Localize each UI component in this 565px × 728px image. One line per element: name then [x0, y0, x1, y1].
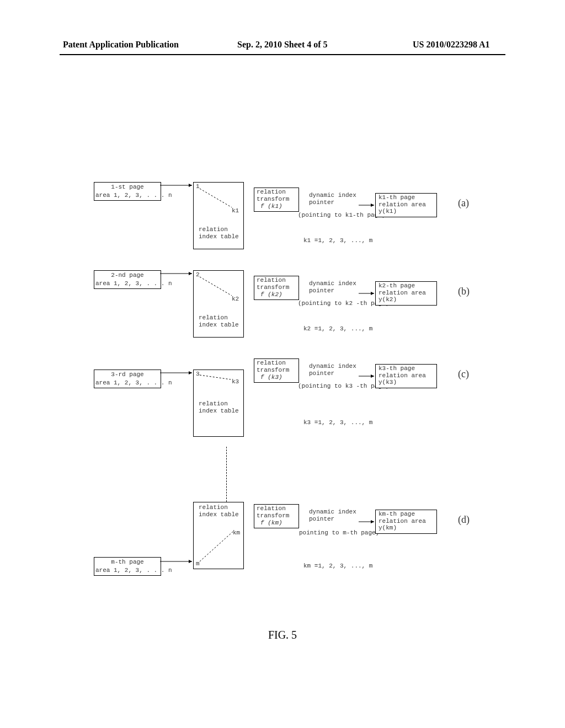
relation-index-label: relation index table: [199, 314, 239, 328]
figure-caption: FIG. 5: [0, 629, 565, 641]
row-marker: (d): [458, 514, 470, 526]
row-marker: (a): [458, 197, 469, 209]
header-rule: [60, 54, 505, 55]
diagram-row-b: 2-nd page area 1, 2, 3, . . . n 2 k2 rel…: [83, 270, 486, 353]
diagram-row-c: 3-rd page area 1, 2, 3, . . . n 3 k3 rel…: [83, 358, 486, 441]
page-box: m-th page area 1, 2, 3, . . . n: [94, 557, 161, 576]
header-left: Patent Application Publication: [63, 40, 179, 50]
relation-index-label: relation index table: [199, 400, 239, 414]
relation-index-label: relation index table: [199, 226, 239, 240]
row-marker: (b): [458, 286, 470, 297]
row-marker: (c): [458, 368, 469, 380]
header-center: Sep. 2, 2010 Sheet 4 of 5: [237, 40, 328, 50]
page-box: 2-nd page area 1, 2, 3, . . . n: [94, 270, 161, 289]
page-box: 3-rd page area 1, 2, 3, . . . n: [94, 370, 161, 388]
ellipsis-line: [226, 447, 227, 502]
diagram-row-a: 1-st page area 1, 2, 3, . . . n 1 k1 rel…: [83, 182, 486, 265]
header-right: US 2010/0223298 A1: [413, 40, 490, 50]
diagram-row-d: relation index table km m relation trans…: [83, 502, 486, 596]
page-box: 1-st page area 1, 2, 3, . . . n: [94, 182, 161, 201]
relation-index-label: relation index table: [199, 504, 239, 518]
